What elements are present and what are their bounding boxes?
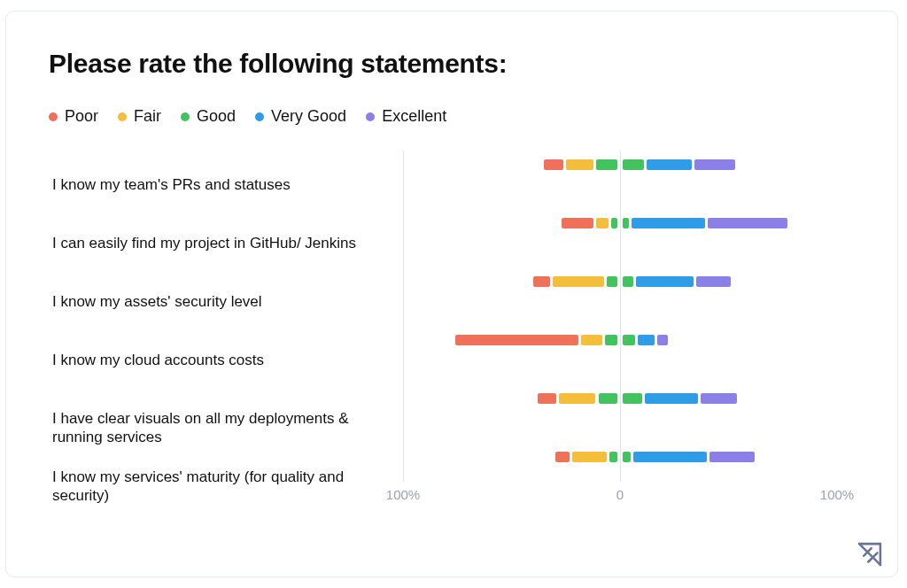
bar-segment <box>632 218 705 228</box>
bar-segment <box>559 393 595 404</box>
bar-segment <box>605 335 617 345</box>
legend-swatch <box>366 112 375 121</box>
legend-item: Good <box>181 107 236 126</box>
legend-item: Very Good <box>255 107 346 126</box>
bar-segment <box>566 159 593 170</box>
axis-labels: 100% 0 100% <box>403 487 837 505</box>
axis-tick-center: 0 <box>616 487 624 502</box>
legend-swatch <box>181 112 190 121</box>
legend-label: Excellent <box>382 107 446 126</box>
legend-label: Poor <box>65 107 98 126</box>
legend-swatch <box>118 112 127 121</box>
chart-row: I know my cloud accounts costs <box>49 326 858 384</box>
row-label: I know my services' maturity (for qualit… <box>52 468 362 506</box>
chart-row: I know my team's PRs and statuses <box>49 151 858 209</box>
row-label: I know my cloud accounts costs <box>52 351 362 369</box>
bar-segment <box>611 218 617 228</box>
bar-segment <box>555 452 570 462</box>
bar-segment <box>696 276 731 287</box>
bar-segment <box>607 276 617 287</box>
bar-segment <box>623 452 631 462</box>
bar-segment <box>633 452 707 462</box>
bar-track <box>403 452 837 462</box>
bar-segment <box>581 335 602 345</box>
chart-zone: I know my team's PRs and statusesI can e… <box>49 151 858 505</box>
bar-segment <box>596 218 609 228</box>
bar-segment <box>544 159 563 170</box>
legend-swatch <box>255 112 264 121</box>
chart-card: Please rate the following statements: Po… <box>5 11 898 577</box>
chart-row: I know my assets' security level <box>49 267 858 326</box>
bar-track <box>403 393 837 404</box>
legend-label: Good <box>197 107 236 126</box>
bar-segment <box>455 335 578 345</box>
bar-segment <box>553 276 604 287</box>
legend-item: Poor <box>49 107 98 126</box>
row-label: I know my team's PRs and statuses <box>52 175 362 194</box>
bar-segment <box>709 452 755 462</box>
bar-segment <box>533 276 550 287</box>
bar-segment <box>609 452 617 462</box>
legend-swatch <box>49 112 58 121</box>
legend-item: Fair <box>118 107 161 126</box>
chart-row: I can easily find my project in GitHub/ … <box>49 209 858 267</box>
bar-track <box>403 335 837 345</box>
bar-segment <box>623 159 644 170</box>
bar-segment <box>701 393 737 404</box>
row-label: I have clear visuals on all my deploymen… <box>52 409 362 447</box>
row-label: I know my assets' security level <box>52 292 362 311</box>
axis-tick-left: 100% <box>386 487 420 502</box>
bar-segment <box>638 335 655 345</box>
chart-row: I have clear visuals on all my deploymen… <box>49 384 858 443</box>
bar-track <box>403 218 837 228</box>
bar-segment <box>623 335 635 345</box>
bar-segment <box>538 393 557 404</box>
brand-logo-icon <box>855 539 885 569</box>
row-label: I can easily find my project in GitHub/ … <box>52 234 362 252</box>
bar-segment <box>708 218 787 228</box>
bar-segment <box>623 276 633 287</box>
legend: PoorFairGoodVery GoodExcellent <box>49 107 858 126</box>
legend-label: Very Good <box>271 107 346 126</box>
bar-segment <box>647 159 692 170</box>
bar-segment <box>636 276 694 287</box>
bar-track <box>403 276 837 287</box>
bar-segment <box>596 159 617 170</box>
bar-segment <box>623 218 629 228</box>
bar-segment <box>694 159 735 170</box>
legend-item: Excellent <box>366 107 446 126</box>
bar-segment <box>623 393 642 404</box>
legend-label: Fair <box>134 107 161 126</box>
chart-title: Please rate the following statements: <box>49 49 858 79</box>
bar-segment <box>657 335 668 345</box>
bar-segment <box>572 452 607 462</box>
bar-segment <box>599 393 618 404</box>
bar-track <box>403 159 837 170</box>
bar-segment <box>562 218 593 228</box>
axis-tick-right: 100% <box>820 487 854 502</box>
bar-segment <box>645 393 699 404</box>
